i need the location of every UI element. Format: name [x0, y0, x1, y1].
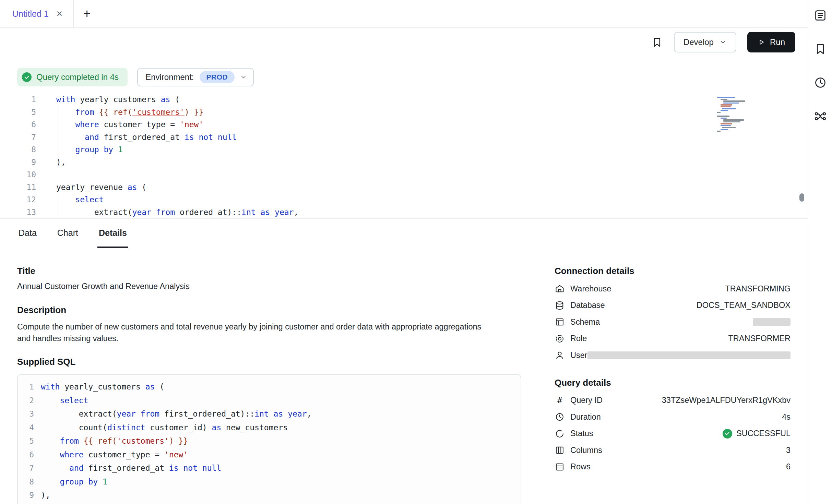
connection-details-rows: WarehouseTRANSFORMINGDatabaseDOCS_TEAM_S… — [555, 280, 791, 364]
query-details-heading: Query details — [555, 377, 791, 388]
line-number: 7 — [18, 461, 34, 475]
redacted-value — [587, 351, 791, 359]
indent-guide — [58, 193, 58, 218]
chevron-down-icon — [240, 74, 247, 81]
tab-details[interactable]: Details — [97, 219, 128, 248]
bookmark-icon — [651, 36, 663, 48]
code-text: and first_ordered_at is not null — [41, 461, 221, 475]
tab-data[interactable]: Data — [17, 219, 38, 248]
status-value: SUCCESSFUL — [723, 429, 791, 439]
code-text: with yearly_customers as ( — [56, 93, 180, 106]
code-line: 10 — [18, 502, 521, 504]
details-panel: Title Annual Customer Growth and Revenue… — [0, 248, 808, 504]
code-line[interactable]: 8 group by 1 — [0, 143, 808, 156]
history-icon[interactable] — [814, 76, 827, 89]
code-text: with yearly_customers as ( — [41, 380, 164, 394]
line-number: 13 — [0, 206, 36, 219]
tab-untitled-1[interactable]: Untitled 1 ✕ — [0, 0, 74, 27]
close-tab-icon[interactable]: ✕ — [56, 10, 63, 18]
code-line: 8 group by 1 — [18, 475, 521, 489]
code-text: extract(year from first_ordered_at)::int… — [41, 407, 311, 421]
toolbar: Develop Run — [0, 28, 808, 56]
environment-selector[interactable]: Environment: PROD — [137, 68, 254, 86]
detail-label: Query ID — [570, 396, 603, 405]
code-line[interactable]: 9), — [0, 156, 808, 169]
detail-value: 33TZseWpe1ALFDUYerxR1gVKxbv — [662, 396, 791, 405]
environment-label: Environment: — [145, 72, 194, 82]
check-circle-icon — [22, 72, 32, 82]
code-line[interactable]: 7 and first_ordered_at is not null — [0, 131, 808, 144]
detail-label: Columns — [570, 446, 602, 455]
details-left-column: Title Annual Customer Growth and Revenue… — [17, 266, 521, 504]
code-editor[interactable]: 1with yearly_customers as (5 from {{ ref… — [0, 93, 808, 219]
schema-icon — [555, 317, 565, 327]
lineage-icon[interactable] — [814, 110, 827, 123]
detail-value: TRANSFORMER — [728, 334, 791, 343]
bookmark-icon[interactable] — [814, 43, 827, 56]
run-button[interactable]: Run — [747, 32, 795, 52]
detail-value: 6 — [786, 462, 791, 471]
code-line[interactable]: 1with yearly_customers as ( — [0, 93, 808, 106]
query-status-pill: Query completed in 4s — [17, 68, 128, 86]
results-panel-icon[interactable] — [814, 9, 827, 22]
line-number: 1 — [18, 380, 34, 394]
code-line[interactable]: 10 — [0, 168, 808, 181]
code-text: from {{ ref('customers') }} — [41, 434, 188, 448]
code-line[interactable]: 13 extract(year from ordered_at)::int as… — [0, 206, 808, 219]
warehouse-icon — [555, 284, 565, 294]
code-line[interactable]: 11yearly_revenue as ( — [0, 181, 808, 194]
detail-row-database: DatabaseDOCS_TEAM_SANDBOX — [555, 297, 791, 314]
right-rail — [808, 0, 832, 504]
code-line[interactable]: 6 where customer_type = 'new' — [0, 118, 808, 131]
line-number: 2 — [18, 394, 34, 408]
database-icon — [555, 300, 565, 311]
code-text: select — [56, 193, 104, 206]
editor-scrollbar[interactable] — [799, 193, 804, 202]
detail-label: Rows — [570, 462, 591, 471]
code-line: 5 from {{ ref('customers') }} — [18, 434, 521, 448]
code-line[interactable]: 12 select — [0, 193, 808, 206]
detail-label: Role — [570, 334, 587, 343]
code-line[interactable]: 5 from {{ ref('customers') }} — [0, 106, 808, 119]
title-heading: Title — [17, 266, 521, 276]
query-title: Annual Customer Growth and Revenue Analy… — [17, 282, 521, 291]
tab-chart[interactable]: Chart — [56, 219, 80, 248]
line-number: 10 — [18, 502, 34, 504]
detail-value: 4s — [782, 412, 791, 422]
detail-row-query-id: #Query ID33TZseWpe1ALFDUYerxR1gVKxbv — [555, 392, 791, 409]
tab-label: Untitled 1 — [12, 9, 49, 19]
clock-icon — [555, 412, 565, 422]
line-number: 9 — [18, 489, 34, 502]
detail-label: Warehouse — [570, 284, 611, 293]
code-text: count(distinct customer_id) as new_custo… — [41, 421, 288, 435]
description-heading: Description — [17, 305, 521, 315]
code-line: 1with yearly_customers as ( — [18, 380, 521, 394]
line-number: 7 — [0, 131, 36, 144]
detail-row-role: RoleTRANSFORMER — [555, 331, 791, 347]
line-number: 8 — [18, 475, 34, 489]
run-label: Run — [770, 37, 785, 47]
develop-label: Develop — [684, 37, 714, 47]
code-text: select — [41, 394, 88, 408]
main-area: Untitled 1 ✕ + Develop Run — [0, 0, 808, 504]
columns-icon — [555, 445, 565, 455]
line-number: 5 — [18, 434, 34, 448]
code-text: and first_ordered_at is not null — [56, 131, 237, 144]
minimap[interactable] — [717, 96, 758, 133]
detail-label: User — [570, 351, 587, 360]
detail-row-user: User — [555, 347, 791, 364]
code-text: where customer_type = 'new' — [56, 118, 203, 131]
line-number: 12 — [0, 193, 36, 206]
new-tab-button[interactable]: + — [83, 8, 91, 20]
develop-dropdown[interactable]: Develop — [674, 32, 736, 52]
detail-value: 3 — [786, 446, 791, 455]
line-number: 11 — [0, 181, 36, 194]
tab-bar: Untitled 1 ✕ + — [0, 0, 808, 28]
bookmark-button[interactable] — [651, 36, 663, 48]
user-icon — [555, 350, 565, 360]
code-line: 2 select — [18, 394, 521, 408]
code-text: extract(year from ordered_at)::int as ye… — [56, 206, 298, 219]
role-icon — [555, 334, 565, 344]
detail-row-columns: Columns3 — [555, 442, 791, 459]
line-number: 1 — [0, 93, 36, 106]
